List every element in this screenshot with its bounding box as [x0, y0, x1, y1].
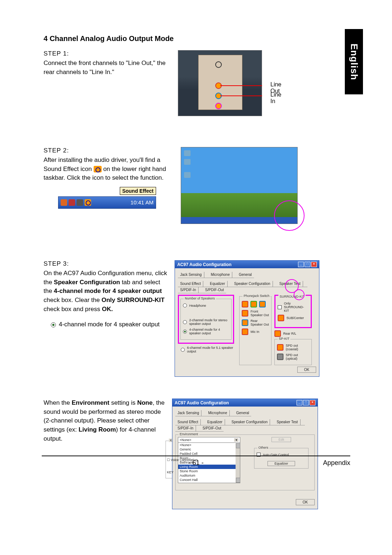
radio-6channel[interactable]: [181, 348, 185, 352]
tab-speaker-config[interactable]: Speaker Configuration: [232, 281, 273, 287]
radio-4channel[interactable]: [51, 322, 56, 327]
env-option[interactable]: Stone Room: [178, 469, 240, 473]
tab-spdif-out[interactable]: S/PDIF-Out: [203, 287, 226, 293]
ac97-speaker-config-window: AC97 Audio Configuration _ □ × Jack Sens…: [175, 260, 319, 377]
tray-icon: [61, 199, 67, 206]
spd-coax-label: SPD out (coaxial): [286, 344, 309, 351]
tab-microphone[interactable]: Microphone: [209, 272, 232, 278]
environment-selected: <None>: [180, 438, 191, 442]
tab-equalizer[interactable]: Equalizer: [208, 281, 227, 287]
close-button[interactable]: ×: [311, 262, 317, 267]
tab-spdif-in[interactable]: S/PDIF-In: [175, 425, 196, 432]
highlight-circle-icon: [294, 289, 305, 300]
edit-button[interactable]: Edit: [271, 437, 291, 442]
language-tab: English: [345, 29, 363, 94]
chevron-down-icon[interactable]: ▾: [234, 438, 238, 442]
desktop-screenshot: [181, 147, 298, 224]
radio-4channel[interactable]: [183, 330, 187, 334]
env-option[interactable]: Cave: [178, 482, 240, 483]
jack-icon: [278, 315, 284, 321]
tab-equalizer[interactable]: Equalizer: [205, 419, 225, 425]
tab-microphone[interactable]: Microphone: [206, 410, 229, 416]
sound-effect-tray-icon[interactable]: [85, 199, 91, 206]
maximize-button[interactable]: □: [303, 400, 309, 405]
tab-general[interactable]: General: [234, 410, 252, 416]
only-surround-label: Only SURROUND-KIT: [284, 302, 309, 313]
step2-text: After installing the audio driver, you'l…: [44, 156, 174, 183]
radio-2channel[interactable]: [183, 320, 187, 324]
sound-effect-tooltip: Sound Effect: [120, 187, 156, 195]
mode6-label: 6-channel mode for 5.1 speaker output: [187, 346, 234, 353]
mic-in-label: Mic In: [250, 330, 259, 334]
tab-speaker-config[interactable]: Speaker Configuration: [229, 419, 270, 425]
maximize-button[interactable]: □: [305, 262, 310, 267]
headphone-label: Headphone: [189, 304, 206, 307]
sound-effect-icon: [94, 166, 102, 172]
tab-spdif-out[interactable]: S/PDIF-Out: [200, 425, 224, 432]
jack-icon: [259, 301, 266, 307]
spkit-label: SP-KIT: [278, 337, 290, 340]
spd-opt-label: SPD out (optical): [286, 353, 309, 360]
environment-label: Environment: [179, 432, 199, 436]
page-number: - 61 -: [188, 459, 204, 466]
env-option[interactable]: Auditorium: [178, 473, 240, 478]
others-label: Others: [257, 446, 269, 449]
minimize-button[interactable]: _: [298, 262, 304, 267]
radio-headphone[interactable]: [183, 303, 187, 307]
window-titlebar: AC97 Audio Configuration _ □ ×: [172, 399, 318, 407]
sub-center-label: SUB/Center: [286, 316, 304, 320]
tab-sound-effect[interactable]: Sound Effect: [175, 419, 200, 425]
taskbar-clock: 10:41 AM: [131, 199, 154, 205]
inset-radio-4channel: 4-channel mode for 4 speaker output: [51, 321, 160, 328]
highlight-circle-icon: [274, 200, 305, 231]
key-label: KEY: [167, 470, 173, 474]
mode2-label: 2-channel mode for stereo speaker output: [189, 318, 229, 326]
jack-icon: [274, 330, 281, 337]
mode4-label: 4-channel mode for 4 speaker output: [189, 328, 229, 335]
tab-sound-effect[interactable]: Sound Effect: [178, 281, 203, 287]
tray-icon: [69, 199, 75, 206]
radio-4channel-label: 4-channel mode for 4 speaker output: [59, 321, 160, 328]
step2: STEP 2: After installing the audio drive…: [44, 147, 319, 224]
env-option[interactable]: Concert Hall: [178, 478, 240, 482]
jack-icon: [242, 301, 248, 307]
taskbar-screenshot: Sound Effect 10:41 AM: [58, 187, 156, 209]
number-of-speakers-label: Number of Speakers: [184, 297, 216, 300]
ok-button[interactable]: OK: [297, 367, 316, 373]
front-out-label: Front Speaker Out: [250, 310, 269, 317]
only-surround-checkbox[interactable]: [278, 305, 282, 309]
highlight-box-speakers: Number of Speakers Headphone 2-channel m…: [178, 295, 234, 344]
close-button[interactable]: ×: [310, 400, 315, 405]
window-title: AC97 Audio Configuration: [175, 400, 229, 405]
footer-section: Appendix: [323, 459, 350, 467]
page-footer: - 61 - Appendix: [42, 456, 350, 467]
step1: STEP 1: Connect the front channels to "L…: [44, 50, 319, 116]
tab-speaker-test[interactable]: Speaker Test: [274, 419, 300, 425]
env-option[interactable]: Generic: [178, 447, 240, 452]
ac97-sound-effect-window: AC97 Audio Configuration _ □ × Jack Sens…: [172, 399, 318, 509]
env-option[interactable]: <None>: [178, 443, 240, 447]
ok-button[interactable]: OK: [296, 499, 315, 505]
step1-text: Connect the front channels to "Line Out,…: [44, 59, 167, 77]
audio-jack-photo: [178, 50, 262, 116]
jack-icon: [277, 354, 283, 360]
tab-jack-sensing[interactable]: Jack Sensing: [178, 272, 204, 278]
tab-general[interactable]: General: [237, 272, 254, 278]
step3-text: On the AC97 Audio Configuration menu, cl…: [44, 269, 170, 314]
environment-text: When the Environment setting is None, th…: [44, 399, 167, 443]
jack-icon: [242, 328, 248, 335]
page-title: 4 Channel Analog Audio Output Mode: [44, 34, 319, 43]
tab-jack-sensing[interactable]: Jack Sensing: [175, 410, 201, 416]
page-content: 4 Channel Analog Audio Output Mode STEP …: [44, 34, 319, 509]
rear-rl-label: Rear R/L: [283, 332, 296, 335]
language-tab-label: English: [348, 44, 360, 80]
window-titlebar: AC97 Audio Configuration _ □ ×: [175, 261, 319, 268]
tabs-row-top: Jack Sensing Microphone General: [178, 270, 316, 279]
rear-out-label: Rear Speaker Out: [250, 319, 269, 326]
tab-spdif-in[interactable]: S/PDIF-In: [178, 287, 198, 293]
highlight-box-surround: SURROUND-KIT Only SURROUND-KIT SUB/Cente…: [274, 295, 312, 328]
step2-label: STEP 2:: [44, 147, 174, 154]
minimize-button[interactable]: _: [297, 400, 302, 405]
taskbar: 10:41 AM: [58, 196, 156, 209]
step3: STEP 3: On the AC97 Audio Configuration …: [44, 260, 319, 377]
